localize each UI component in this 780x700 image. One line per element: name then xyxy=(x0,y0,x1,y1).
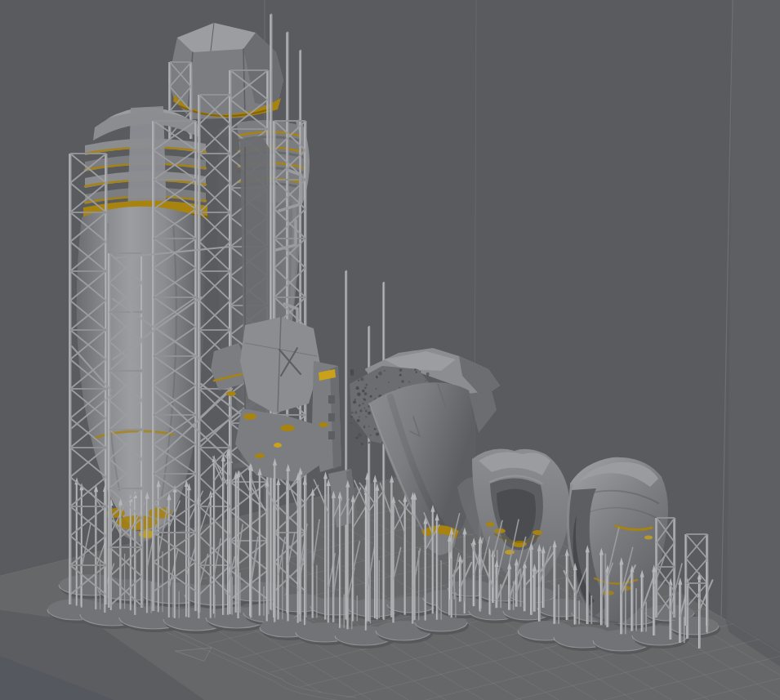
support-pole xyxy=(270,15,271,609)
support-pole xyxy=(706,562,707,632)
background-right-pane xyxy=(727,0,780,650)
scene-canvas[interactable] xyxy=(0,0,780,700)
slicer-3d-viewport[interactable] xyxy=(0,0,780,700)
scene-root xyxy=(0,0,780,700)
support-pole xyxy=(383,283,384,619)
support-pole xyxy=(345,271,346,619)
